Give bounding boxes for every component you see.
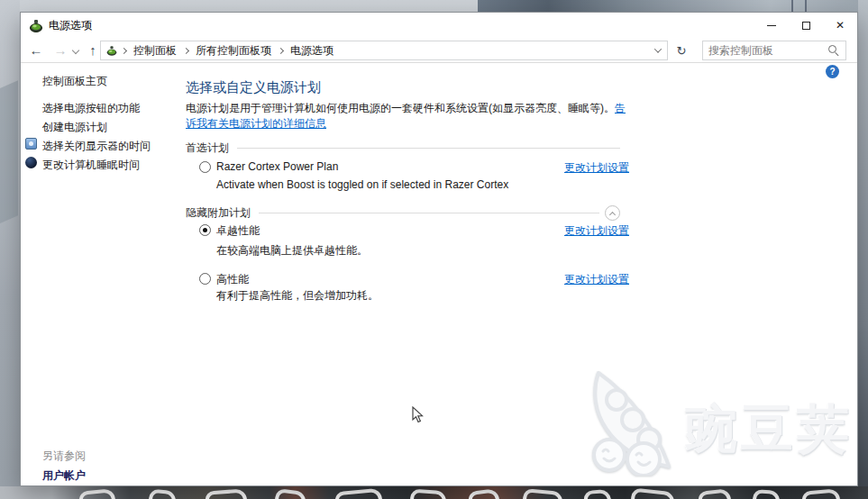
breadcrumb-control-panel[interactable]: 控制面板: [127, 43, 183, 59]
plan-description: 在较高端电脑上提供卓越性能。: [216, 243, 368, 259]
section-divider: [259, 213, 599, 213]
chevron-up-icon: [608, 211, 615, 217]
sidebar-item-sleep-time[interactable]: 更改计算机睡眠时间: [42, 158, 140, 173]
chevron-down-icon: [654, 45, 662, 52]
breadcrumb-separator-icon: [278, 47, 284, 53]
sidebar-item-power-buttons[interactable]: 选择电源按钮的功能: [42, 101, 140, 116]
intro-text: 电源计划是用于管理计算机如何使用电源的一套硬件和系统设置(如显示器亮度、睡眠等)…: [186, 101, 629, 132]
breadcrumb-power-options[interactable]: 电源选项: [284, 43, 340, 59]
desktop-background: 电源选项 ✕ ← → ↑ 控制面板: [0, 0, 868, 499]
address-bar[interactable]: 控制面板 所有控制面板项 电源选项: [100, 41, 668, 60]
address-dropdown-button[interactable]: [649, 41, 667, 59]
section-title: 首选计划: [186, 141, 229, 156]
background-detail: [805, 0, 807, 12]
wandoujia-watermark-text: 豌豆荚: [685, 395, 853, 465]
background-video-left: [0, 0, 20, 499]
maximize-button[interactable]: [789, 13, 823, 38]
plan-description: Activate when Boost is toggled on if sel…: [216, 178, 508, 191]
plan-name[interactable]: Razer Cortex Power Plan: [216, 160, 338, 173]
breadcrumb-separator-icon: [121, 47, 127, 53]
radio-ultimate-performance[interactable]: [199, 224, 211, 236]
background-video-right: [858, 0, 868, 499]
minimize-icon: [767, 25, 776, 26]
plan-name[interactable]: 卓越性能: [216, 223, 260, 239]
plan-row-razer: Razer Cortex Power Plan 更改计划设置: [186, 160, 629, 175]
power-options-app-icon: [29, 18, 43, 32]
change-plan-settings-link[interactable]: 更改计划设置: [564, 160, 629, 176]
display-icon: [25, 138, 37, 150]
back-button[interactable]: ←: [24, 38, 48, 62]
navigation-bar: ← → ↑ 控制面板 所有控制面板项 电源选项 ↻: [21, 38, 857, 63]
plan-row-ultimate: 卓越性能 更改计划设置: [186, 223, 629, 238]
collapse-section-button[interactable]: [605, 205, 620, 221]
background-detail: [791, 0, 793, 12]
background-video-top: [478, 0, 868, 12]
plan-name[interactable]: 高性能: [216, 272, 249, 287]
section-preferred-plans: 首选计划: [186, 141, 620, 156]
breadcrumb-all-items[interactable]: 所有控制面板项: [189, 43, 278, 59]
sidebar-item-control-panel-home[interactable]: 控制面板主页: [42, 74, 107, 89]
sleep-icon: [25, 157, 37, 168]
plan-row-high-performance: 高性能 更改计划设置: [186, 272, 629, 286]
window-title: 电源选项: [49, 18, 92, 33]
wandoujia-pod-logo-icon: [579, 369, 700, 476]
refresh-button[interactable]: ↻: [672, 41, 691, 60]
search-box[interactable]: [702, 41, 846, 60]
mouse-cursor: [412, 406, 424, 424]
plan-description: 有利于提高性能，但会增加功耗。: [216, 288, 379, 304]
page-title: 选择或自定义电源计划: [186, 79, 321, 96]
intro-body: 电源计划是用于管理计算机如何使用电源的一套硬件和系统设置(如显示器亮度、睡眠等)…: [186, 102, 615, 114]
section-divider: [237, 148, 620, 149]
radio-high-performance[interactable]: [199, 273, 211, 285]
close-button[interactable]: ✕: [823, 13, 857, 38]
forward-button[interactable]: →: [50, 38, 71, 62]
section-hidden-plans: 隐藏附加计划: [186, 205, 620, 221]
section-title: 隐藏附加计划: [186, 205, 251, 221]
search-input[interactable]: [703, 44, 827, 57]
sidebar-item-create-plan[interactable]: 创建电源计划: [42, 120, 107, 135]
breadcrumb-separator-icon: [183, 47, 189, 53]
minimize-button[interactable]: [754, 13, 789, 38]
title-bar[interactable]: 电源选项 ✕: [21, 13, 857, 38]
sidebar-item-display-off-time[interactable]: 选择关闭显示器的时间: [42, 139, 151, 154]
address-power-icon: [105, 44, 118, 57]
caption-buttons: ✕: [754, 13, 857, 38]
background-detail: [0, 80, 18, 226]
change-plan-settings-link[interactable]: 更改计划设置: [564, 223, 629, 239]
see-also-heading: 另请参阅: [42, 449, 86, 464]
change-plan-settings-link[interactable]: 更改计划设置: [564, 272, 629, 287]
help-button[interactable]: ?: [826, 65, 839, 78]
search-icon: [827, 43, 841, 58]
close-icon: ✕: [836, 20, 845, 31]
radio-razer-cortex[interactable]: [199, 161, 211, 173]
recent-pages-dropdown-icon[interactable]: [72, 47, 79, 54]
maximize-icon: [802, 22, 810, 30]
sidebar-item-user-accounts[interactable]: 用户帐户: [42, 468, 86, 484]
